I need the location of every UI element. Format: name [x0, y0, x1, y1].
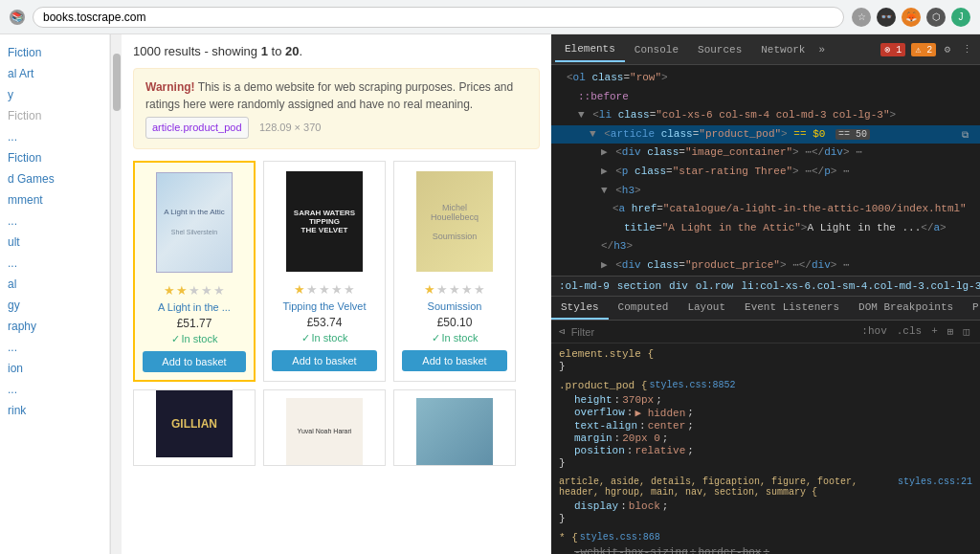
- devtools-tab-network[interactable]: Network: [751, 38, 814, 61]
- browser-actions: ☆ 👓 🦊 ⬡ J: [852, 8, 970, 27]
- devtools-tab-console[interactable]: Console: [625, 38, 688, 61]
- style-tab-styles[interactable]: Styles: [551, 297, 609, 320]
- extension-icon-2[interactable]: 🦊: [902, 8, 921, 27]
- add-to-basket-btn-3[interactable]: Add to basket: [402, 350, 507, 371]
- sidebar-item-gy[interactable]: gy: [0, 295, 109, 316]
- tree-line-li[interactable]: ▼ <li class="col-xs-6 col-sm-4 col-md-3 …: [551, 106, 980, 125]
- book-cover-img-1: A Light in the AtticShel Silverstein: [156, 172, 233, 273]
- sidebar-item-more1[interactable]: ...: [0, 126, 109, 147]
- book-card-2: SARAH WATERSTIPPINGTHE VELVET ★★★★★ Tipp…: [263, 161, 386, 382]
- book-cover-3: Michel HouellebecqSoumission: [402, 169, 507, 275]
- warning-label: Warning!: [145, 80, 195, 94]
- css-prop-margin: margin: 20px 0;: [559, 432, 972, 444]
- sidebar-item-rink[interactable]: rink: [0, 400, 109, 421]
- sidebar-item-more3[interactable]: ...: [0, 253, 109, 274]
- devtools-tab-more[interactable]: »: [814, 38, 829, 61]
- book-title-1[interactable]: A Light in the ...: [143, 301, 246, 313]
- css-source-article[interactable]: styles.css:21: [898, 476, 972, 499]
- tree-line-article[interactable]: ▼ <article class="product_pod"> == $0 ==…: [551, 125, 980, 144]
- style-tab-properties[interactable]: Properties: [963, 297, 980, 320]
- tree-line-h3[interactable]: ▼ <h3>: [551, 182, 980, 201]
- bookmark-icon[interactable]: ☆: [852, 8, 871, 27]
- css-prop-height: height: 370px;: [559, 394, 972, 406]
- book-title-3[interactable]: Soumission: [402, 300, 507, 312]
- sidebar-item-al[interactable]: al: [0, 274, 109, 295]
- filter-hov-btn[interactable]: :hov: [858, 324, 889, 339]
- css-source-universal[interactable]: styles.css:868: [580, 532, 660, 545]
- url-bar[interactable]: books.toscrape.com: [33, 7, 844, 28]
- style-tab-dom-breakpoints[interactable]: DOM Breakpoints: [849, 297, 963, 320]
- book-cover-2: SARAH WATERSTIPPINGTHE VELVET: [272, 169, 377, 275]
- expand-btn-right[interactable]: ⧉: [958, 126, 972, 145]
- devtools-tab-sources[interactable]: Sources: [688, 38, 751, 61]
- filter-grid-btn[interactable]: ⊞: [945, 324, 957, 339]
- sidebar-item-more4[interactable]: ...: [0, 337, 109, 358]
- devtools-tab-elements[interactable]: Elements: [555, 37, 625, 62]
- sidebar-item-more5[interactable]: ...: [0, 379, 109, 400]
- sidebar-item-fiction3[interactable]: Fiction: [0, 147, 109, 168]
- css-prop-position: position: relative;: [559, 445, 972, 456]
- filter-cls-btn[interactable]: .cls: [894, 324, 924, 339]
- sidebar-item-al-art[interactable]: al Art: [0, 63, 109, 84]
- style-tab-event-listeners[interactable]: Event Listeners: [735, 297, 849, 320]
- book-grid: A Light in the AtticShel Silverstein ★★★…: [133, 161, 540, 466]
- add-to-basket-btn-1[interactable]: Add to basket: [143, 351, 246, 372]
- book-card-1: A Light in the AtticShel Silverstein ★★★…: [133, 161, 256, 382]
- more-options-icon[interactable]: ⋮: [958, 41, 976, 57]
- devtools-breadcrumb: :ol-md-9 section div ol.row li:col-xs-6.…: [551, 276, 980, 297]
- tree-line-ol[interactable]: <ol class="row">: [551, 69, 980, 88]
- sidebar-item-ult[interactable]: ult: [0, 232, 109, 253]
- sidebar-item-mment[interactable]: mment: [0, 189, 109, 211]
- filter-plus-btn[interactable]: +: [928, 324, 941, 339]
- book-cover-img-3: Michel HouellebecqSoumission: [416, 171, 493, 272]
- book-title-2[interactable]: Tipping the Velvet: [272, 300, 377, 312]
- book-card-4: GILLIAN: [133, 389, 256, 466]
- css-rule-universal: * { styles.css:868 -webkit-box-sizing: b…: [559, 532, 972, 554]
- tree-line-div-image[interactable]: ▶ <div class="image_container"> ⋯</div> …: [551, 144, 980, 163]
- tree-line-a-title[interactable]: title="A Light in the Attic">A Light in …: [551, 219, 980, 238]
- book-cover-img-6: [416, 398, 493, 465]
- css-rules: element.style { } .product_pod { styles.…: [551, 343, 980, 554]
- url-text: books.toscrape.com: [43, 11, 145, 24]
- style-tab-computed[interactable]: Computed: [609, 297, 679, 320]
- book-stars-2: ★★★★★: [272, 282, 377, 297]
- settings-icon[interactable]: ⚙: [940, 41, 954, 57]
- sidebar-item-y[interactable]: y: [0, 84, 109, 105]
- tooltip-badge[interactable]: article.product_pod: [145, 117, 249, 139]
- devtools-body: <ol class="row"> ::before ▼ <li class="c…: [551, 65, 980, 554]
- add-to-basket-btn-2[interactable]: Add to basket: [272, 350, 377, 371]
- breadcrumb-li[interactable]: li:col-xs-6.col-sm-4.col-md-3.col-lg-3: [741, 280, 980, 292]
- sidebar-item-more2[interactable]: ...: [0, 211, 109, 232]
- style-filter-input[interactable]: [571, 326, 854, 338]
- breadcrumb-ol-row[interactable]: ol.row: [696, 280, 734, 292]
- html-tree[interactable]: <ol class="row"> ::before ▼ <li class="c…: [551, 65, 980, 276]
- sidebar: Fiction al Art y Fiction ... Fiction d G…: [0, 34, 110, 554]
- tree-line-h3-close[interactable]: </h3>: [551, 237, 980, 256]
- extension-icon-1[interactable]: 👓: [877, 8, 896, 27]
- filter-layout-btn[interactable]: ◫: [960, 324, 972, 339]
- sidebar-item-fiction2[interactable]: Fiction: [0, 105, 109, 126]
- scroll-thumb[interactable]: [113, 54, 121, 111]
- breadcrumb-div[interactable]: div: [669, 280, 688, 292]
- filter-icon: ⊲: [559, 325, 566, 338]
- browser-favicon: 📚: [10, 10, 25, 25]
- profile-icon[interactable]: J: [951, 8, 970, 27]
- extension-icon-3[interactable]: ⬡: [926, 8, 946, 27]
- css-close-element-style: }: [559, 361, 972, 372]
- css-source-product-pod[interactable]: styles.css:8852: [649, 380, 735, 393]
- tree-line-p-star[interactable]: ▶ <p class="star-rating Three"> ⋯</p> ⋯: [551, 163, 980, 182]
- book-card-6: [393, 389, 516, 466]
- sidebar-item-ion[interactable]: ion: [0, 358, 109, 379]
- element-style-label: element.style {: [559, 348, 654, 360]
- sidebar-item-raphy[interactable]: raphy: [0, 316, 109, 337]
- sidebar-item-fiction[interactable]: Fiction: [0, 42, 109, 63]
- style-tab-layout[interactable]: Layout: [678, 297, 735, 320]
- tree-line-div-price[interactable]: ▶ <div class="product_price"> ⋯</div> ⋯: [551, 256, 980, 276]
- tree-line-a-href[interactable]: <a href="catalogue/a-light-in-the-attic-…: [551, 200, 980, 219]
- sidebar-item-d-games[interactable]: d Games: [0, 168, 109, 189]
- breadcrumb-section[interactable]: section: [617, 280, 661, 292]
- scroll-track[interactable]: [110, 34, 122, 554]
- breadcrumb-ol-md-9[interactable]: :ol-md-9: [559, 280, 610, 292]
- book-cover-img-2: SARAH WATERSTIPPINGTHE VELVET: [286, 171, 363, 272]
- tree-line-before[interactable]: ::before: [551, 88, 980, 107]
